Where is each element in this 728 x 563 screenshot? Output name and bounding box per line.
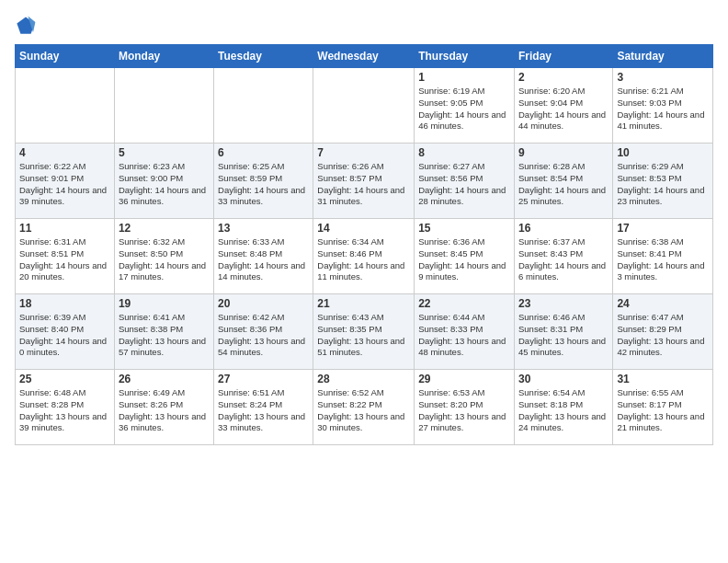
day-number: 22 [418, 297, 510, 310]
header [15, 15, 713, 37]
logo-icon [15, 15, 37, 37]
day-header-tuesday: Tuesday [214, 45, 313, 68]
calendar-cell: 4Sunrise: 6:22 AM Sunset: 9:01 PM Daylig… [16, 144, 115, 219]
calendar-cell: 10Sunrise: 6:29 AM Sunset: 8:53 PM Dayli… [613, 144, 713, 219]
day-number: 19 [119, 297, 210, 310]
day-header-sunday: Sunday [16, 45, 115, 68]
day-number: 2 [518, 71, 609, 84]
day-info: Sunrise: 6:43 AM Sunset: 8:35 PM Dayligh… [317, 312, 410, 359]
day-number: 9 [518, 146, 609, 159]
day-number: 27 [218, 373, 309, 385]
calendar-week-row: 1Sunrise: 6:19 AM Sunset: 9:05 PM Daylig… [16, 68, 713, 144]
logo [15, 15, 40, 37]
day-number: 30 [518, 373, 609, 385]
day-number: 13 [218, 222, 309, 235]
day-info: Sunrise: 6:51 AM Sunset: 8:24 PM Dayligh… [218, 387, 309, 434]
day-info: Sunrise: 6:34 AM Sunset: 8:46 PM Dayligh… [317, 236, 410, 283]
day-number: 28 [317, 373, 410, 385]
day-header-monday: Monday [114, 45, 213, 68]
day-info: Sunrise: 6:22 AM Sunset: 9:01 PM Dayligh… [19, 161, 110, 208]
calendar-cell: 23Sunrise: 6:46 AM Sunset: 8:31 PM Dayli… [514, 294, 612, 370]
day-info: Sunrise: 6:42 AM Sunset: 8:36 PM Dayligh… [218, 312, 309, 359]
day-number: 29 [418, 373, 510, 385]
day-info: Sunrise: 6:39 AM Sunset: 8:40 PM Dayligh… [19, 312, 110, 359]
day-number: 10 [617, 146, 709, 159]
calendar-cell: 15Sunrise: 6:36 AM Sunset: 8:45 PM Dayli… [415, 219, 515, 294]
day-info: Sunrise: 6:38 AM Sunset: 8:41 PM Dayligh… [617, 236, 709, 283]
calendar-cell: 26Sunrise: 6:49 AM Sunset: 8:26 PM Dayli… [114, 370, 213, 445]
main-container: SundayMondayTuesdayWednesdayThursdayFrid… [0, 0, 728, 563]
calendar-cell: 29Sunrise: 6:53 AM Sunset: 8:20 PM Dayli… [415, 370, 515, 445]
day-number: 14 [317, 222, 410, 235]
calendar-week-row: 11Sunrise: 6:31 AM Sunset: 8:51 PM Dayli… [16, 219, 713, 294]
day-header-wednesday: Wednesday [313, 45, 415, 68]
calendar-cell: 9Sunrise: 6:28 AM Sunset: 8:54 PM Daylig… [514, 144, 612, 219]
calendar-cell: 7Sunrise: 6:26 AM Sunset: 8:57 PM Daylig… [313, 144, 415, 219]
calendar-cell: 17Sunrise: 6:38 AM Sunset: 8:41 PM Dayli… [613, 219, 713, 294]
calendar-cell: 3Sunrise: 6:21 AM Sunset: 9:03 PM Daylig… [613, 68, 713, 144]
day-header-saturday: Saturday [613, 45, 713, 68]
day-number: 4 [19, 146, 110, 159]
day-number: 6 [218, 146, 309, 159]
day-number: 18 [19, 297, 110, 310]
calendar-cell: 18Sunrise: 6:39 AM Sunset: 8:40 PM Dayli… [16, 294, 115, 370]
calendar-week-row: 18Sunrise: 6:39 AM Sunset: 8:40 PM Dayli… [16, 294, 713, 370]
calendar-table: SundayMondayTuesdayWednesdayThursdayFrid… [15, 44, 713, 445]
day-info: Sunrise: 6:33 AM Sunset: 8:48 PM Dayligh… [218, 236, 309, 283]
calendar-cell: 6Sunrise: 6:25 AM Sunset: 8:59 PM Daylig… [214, 144, 313, 219]
day-number: 12 [119, 222, 210, 235]
day-info: Sunrise: 6:32 AM Sunset: 8:50 PM Dayligh… [119, 236, 210, 283]
calendar-cell [114, 68, 213, 144]
calendar-cell: 1Sunrise: 6:19 AM Sunset: 9:05 PM Daylig… [415, 68, 515, 144]
day-number: 26 [119, 373, 210, 385]
day-info: Sunrise: 6:54 AM Sunset: 8:18 PM Dayligh… [518, 387, 609, 434]
day-info: Sunrise: 6:23 AM Sunset: 9:00 PM Dayligh… [119, 161, 210, 208]
calendar-cell: 21Sunrise: 6:43 AM Sunset: 8:35 PM Dayli… [313, 294, 415, 370]
day-info: Sunrise: 6:29 AM Sunset: 8:53 PM Dayligh… [617, 161, 709, 208]
calendar-cell [16, 68, 115, 144]
calendar-cell: 27Sunrise: 6:51 AM Sunset: 8:24 PM Dayli… [214, 370, 313, 445]
day-info: Sunrise: 6:19 AM Sunset: 9:05 PM Dayligh… [418, 86, 510, 132]
day-info: Sunrise: 6:27 AM Sunset: 8:56 PM Dayligh… [418, 161, 510, 208]
calendar-cell: 25Sunrise: 6:48 AM Sunset: 8:28 PM Dayli… [16, 370, 115, 445]
day-number: 25 [19, 373, 110, 385]
day-info: Sunrise: 6:28 AM Sunset: 8:54 PM Dayligh… [518, 161, 609, 208]
day-info: Sunrise: 6:48 AM Sunset: 8:28 PM Dayligh… [19, 387, 110, 434]
day-number: 8 [418, 146, 510, 159]
day-info: Sunrise: 6:41 AM Sunset: 8:38 PM Dayligh… [119, 312, 210, 359]
calendar-cell [313, 68, 415, 144]
day-number: 7 [317, 146, 410, 159]
day-info: Sunrise: 6:52 AM Sunset: 8:22 PM Dayligh… [317, 387, 410, 434]
calendar-cell: 12Sunrise: 6:32 AM Sunset: 8:50 PM Dayli… [114, 219, 213, 294]
calendar-cell: 19Sunrise: 6:41 AM Sunset: 8:38 PM Dayli… [114, 294, 213, 370]
day-info: Sunrise: 6:36 AM Sunset: 8:45 PM Dayligh… [418, 236, 510, 283]
calendar-cell: 31Sunrise: 6:55 AM Sunset: 8:17 PM Dayli… [613, 370, 713, 445]
day-number: 24 [617, 297, 709, 310]
day-info: Sunrise: 6:20 AM Sunset: 9:04 PM Dayligh… [518, 86, 609, 132]
calendar-cell: 8Sunrise: 6:27 AM Sunset: 8:56 PM Daylig… [415, 144, 515, 219]
day-info: Sunrise: 6:47 AM Sunset: 8:29 PM Dayligh… [617, 312, 709, 359]
day-number: 1 [418, 71, 510, 84]
day-info: Sunrise: 6:26 AM Sunset: 8:57 PM Dayligh… [317, 161, 410, 208]
day-info: Sunrise: 6:53 AM Sunset: 8:20 PM Dayligh… [418, 387, 510, 434]
day-info: Sunrise: 6:49 AM Sunset: 8:26 PM Dayligh… [119, 387, 210, 434]
day-number: 15 [418, 222, 510, 235]
day-number: 31 [617, 373, 709, 385]
calendar-cell: 2Sunrise: 6:20 AM Sunset: 9:04 PM Daylig… [514, 68, 612, 144]
day-number: 21 [317, 297, 410, 310]
day-info: Sunrise: 6:44 AM Sunset: 8:33 PM Dayligh… [418, 312, 510, 359]
day-number: 11 [19, 222, 110, 235]
day-info: Sunrise: 6:31 AM Sunset: 8:51 PM Dayligh… [19, 236, 110, 283]
day-number: 17 [617, 222, 709, 235]
day-header-thursday: Thursday [415, 45, 515, 68]
calendar-cell: 28Sunrise: 6:52 AM Sunset: 8:22 PM Dayli… [313, 370, 415, 445]
calendar-cell: 24Sunrise: 6:47 AM Sunset: 8:29 PM Dayli… [613, 294, 713, 370]
day-number: 23 [518, 297, 609, 310]
day-number: 16 [518, 222, 609, 235]
calendar-week-row: 4Sunrise: 6:22 AM Sunset: 9:01 PM Daylig… [16, 144, 713, 219]
day-number: 5 [119, 146, 210, 159]
day-info: Sunrise: 6:25 AM Sunset: 8:59 PM Dayligh… [218, 161, 309, 208]
calendar-cell: 13Sunrise: 6:33 AM Sunset: 8:48 PM Dayli… [214, 219, 313, 294]
calendar-week-row: 25Sunrise: 6:48 AM Sunset: 8:28 PM Dayli… [16, 370, 713, 445]
calendar-cell: 14Sunrise: 6:34 AM Sunset: 8:46 PM Dayli… [313, 219, 415, 294]
